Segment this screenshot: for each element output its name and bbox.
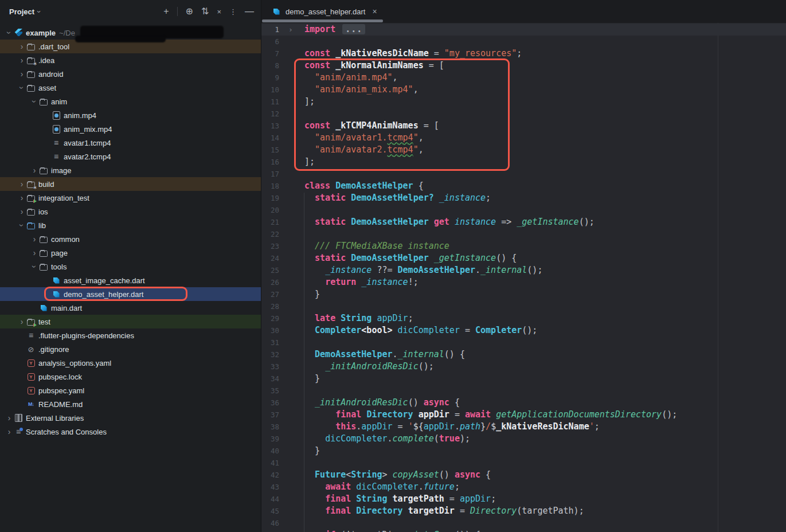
code-text[interactable]: DemoAssetHelper._internal() { <box>304 349 465 361</box>
tree-item-test[interactable]: ›test <box>0 315 261 328</box>
tree-item-tools[interactable]: ›tools <box>0 260 261 273</box>
tree-item-gitignore[interactable]: ›.gitignore <box>0 342 261 356</box>
chevron-right-icon[interactable]: › <box>17 194 26 202</box>
tree-item-asset[interactable]: ›asset <box>0 81 261 95</box>
tree-item-lib[interactable]: ›lib <box>0 218 261 232</box>
code-text[interactable]: late String appDir; <box>304 312 413 324</box>
code-text[interactable]: return _instance!; <box>304 276 419 288</box>
code-text[interactable]: static DemoAssetHelper? _instance; <box>304 192 491 204</box>
code-text[interactable]: "anim/avatar1.tcmp4", <box>304 132 424 144</box>
code-text[interactable]: _initAndroidResDic() async { <box>304 397 460 409</box>
code-text[interactable]: final Directory appDir = await getApplic… <box>304 409 677 421</box>
code-text[interactable]: const _kNormalAnimNames = [ <box>304 60 444 72</box>
editor-body[interactable]: 1›import ...67const _kNativeResDicName =… <box>261 23 786 532</box>
tree-item-integration-test[interactable]: ›integration_test <box>0 191 261 205</box>
code-text[interactable]: this.appDir = '${appDir.path}/$_kNativeR… <box>304 421 600 433</box>
code-text[interactable]: dicCompleter.complete(true); <box>304 433 470 445</box>
more-options-button[interactable]: ⋮ <box>229 8 237 15</box>
code-text[interactable]: final Directory targetDir = Directory(ta… <box>304 505 584 517</box>
chevron-down-icon[interactable]: › <box>18 83 26 92</box>
code-text[interactable]: _instance ??= DemoAssetHelper._internal(… <box>304 264 542 276</box>
tree-item-asset-image-cache-dart[interactable]: ›asset_image_cache.dart <box>0 273 261 287</box>
chevron-right-icon[interactable]: › <box>17 42 26 50</box>
chevron-down-icon[interactable]: › <box>30 262 38 271</box>
chevron-down-icon[interactable]: › <box>18 221 26 230</box>
code-text[interactable]: await dicCompleter.future; <box>304 481 460 493</box>
chevron-right-icon[interactable]: › <box>30 166 39 174</box>
tree-item-page[interactable]: ›page <box>0 246 261 260</box>
expand-all-button[interactable]: ⇅ <box>201 7 209 16</box>
chevron-right-icon[interactable]: › <box>17 70 26 78</box>
code-text[interactable]: } <box>304 373 320 385</box>
tree-item-avatar1-tcmp4[interactable]: ›avatar1.tcmp4 <box>0 136 261 150</box>
tree-item-readme-md[interactable]: ›README.md <box>0 397 261 411</box>
code-text[interactable]: "anim/anim_mix.mp4", <box>304 84 419 96</box>
code-text[interactable]: const _kTCMP4AnimNames = [ <box>304 120 439 132</box>
tree-item-avatar2-tcmp4[interactable]: ›avatar2.tcmp4 <box>0 150 261 163</box>
tree-item-ios[interactable]: ›ios <box>0 205 261 218</box>
chevron-right-icon[interactable]: › <box>5 428 14 436</box>
chevron-right-icon[interactable]: › <box>17 180 26 188</box>
tree-item-main-dart[interactable]: ›main.dart <box>0 301 261 315</box>
tree-item-anim-mp4[interactable]: ›anim.mp4 <box>0 108 261 122</box>
code-text[interactable]: } <box>304 445 320 457</box>
tree-item-anim-mix-mp4[interactable]: ›anim_mix.mp4 <box>0 122 261 136</box>
code-text[interactable]: const _kNativeResDicName = "my_resources… <box>304 48 522 60</box>
folder-icon <box>26 83 36 92</box>
tree-item-flutter-plugins-dependencies[interactable]: ›.flutter-plugins-dependencies <box>0 328 261 342</box>
locate-file-button[interactable]: ⊕ <box>186 7 193 16</box>
code-text[interactable]: Future<String> copyAsset() async { <box>304 469 491 481</box>
tree-item-pubspec-lock[interactable]: ›pubspec.lock <box>0 370 261 384</box>
chevron-right-icon[interactable]: › <box>17 318 26 326</box>
tree-item-image[interactable]: ›image <box>0 163 261 177</box>
code-text[interactable]: "anim/anim.mp4", <box>304 72 398 84</box>
tree-item-label: avatar1.tcmp4 <box>64 139 111 147</box>
collapse-all-button[interactable]: × <box>217 8 221 15</box>
code-text[interactable]: ]; <box>304 156 315 168</box>
line-number: 41 <box>261 457 279 469</box>
folded-region-chip[interactable]: ... <box>342 24 365 34</box>
code-text[interactable]: static DemoAssetHelper _getInstance() { <box>304 252 517 264</box>
tree-item-anim[interactable]: ›anim <box>0 95 261 108</box>
project-panel-title[interactable]: Project <box>9 7 34 16</box>
chevron-down-icon[interactable]: › <box>35 10 44 13</box>
editor-tab-bar: demo_asset_helper.dart × <box>261 0 786 23</box>
chevron-right-icon[interactable]: › <box>17 208 26 216</box>
code-line-46: 46 <box>261 517 786 529</box>
tree-item-android[interactable]: ›android <box>0 67 261 81</box>
code-text[interactable]: import ... <box>304 24 365 36</box>
code-text[interactable]: final String targetPath = appDir; <box>304 493 496 505</box>
tree-item-demo-asset-helper-dart[interactable]: ›demo_asset_helper.dart <box>0 287 261 301</box>
chevron-right-icon[interactable]: › <box>30 235 39 243</box>
project-tree[interactable]: ›example~/De›.dart_tool›∗.idea›android›a… <box>0 23 261 532</box>
tree-item-pubspec-yaml[interactable]: ›pubspec.yaml <box>0 384 261 397</box>
code-text[interactable]: "anim/avatar2.tcmp4", <box>304 144 424 156</box>
tree-item-common[interactable]: ›common <box>0 232 261 246</box>
chevron-right-icon[interactable]: › <box>17 56 26 64</box>
chevron-down-icon[interactable]: › <box>30 97 38 106</box>
tree-item-build[interactable]: ›∗build <box>0 177 261 191</box>
tree-item-analysis-options-yaml[interactable]: ›analysis_options.yaml <box>0 356 261 370</box>
code-line-45: 45 final Directory targetDir = Directory… <box>261 505 786 517</box>
fold-arrow-icon[interactable]: › <box>288 24 293 36</box>
code-text[interactable]: static DemoAssetHelper get instance => _… <box>304 216 595 228</box>
tab-close-button[interactable]: × <box>372 7 377 16</box>
line-number: 36 <box>261 397 279 409</box>
hide-panel-button[interactable]: — <box>245 7 254 16</box>
folder-excluded-icon: ∗ <box>26 179 36 189</box>
tree-item-idea[interactable]: ›∗.idea <box>0 53 261 67</box>
code-text[interactable]: /// FTCMediaXBase instance <box>304 240 449 252</box>
code-text[interactable]: if (!targetDir.existsSync()) { <box>304 529 480 532</box>
add-button[interactable]: + <box>163 7 169 16</box>
chevron-down-icon[interactable]: › <box>5 28 13 37</box>
chevron-right-icon[interactable]: › <box>5 414 14 422</box>
tree-item-scratches-and-consoles[interactable]: ›Scratches and Consoles <box>0 425 261 439</box>
code-text[interactable]: } <box>304 288 320 300</box>
chevron-right-icon[interactable]: › <box>30 249 39 257</box>
line-number: 16 <box>261 156 279 168</box>
code-text[interactable]: _initAndroidResDic(); <box>304 361 434 373</box>
code-text[interactable]: ]; <box>304 96 315 108</box>
code-text[interactable]: Completer<bool> dicCompleter = Completer… <box>304 324 537 337</box>
tree-item-external-libraries[interactable]: ›External Libraries <box>0 411 261 425</box>
code-text[interactable]: class DemoAssetHelper { <box>304 180 424 192</box>
